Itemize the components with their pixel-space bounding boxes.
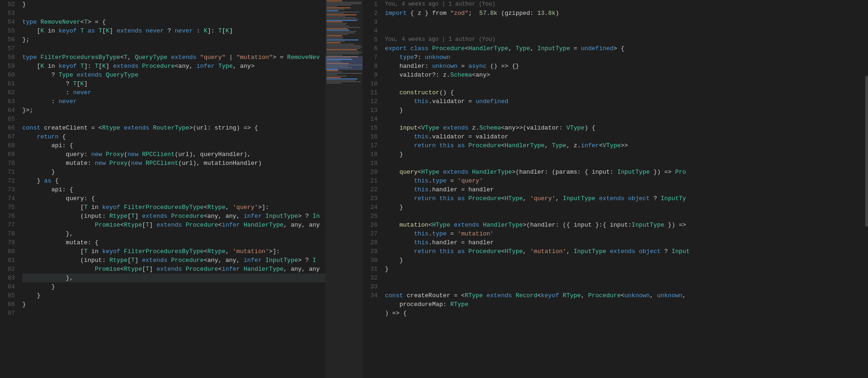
minimap-highlight [325,56,363,70]
line-number: 85 [0,291,15,300]
line-number: 73 [0,185,15,194]
line-number: 58 [0,53,15,62]
code-line: [K in keyof T as T[K] extends never ? ne… [22,26,325,35]
code-line: } [22,300,325,309]
right-line-numbers: 1234567891011121314151617181920212223242… [363,0,381,378]
line-number: 66 [0,124,15,132]
code-line: api: { [22,141,325,150]
code-line [385,282,863,291]
line-number: 25 [363,212,378,221]
line-number: 75 [0,203,15,212]
line-number: 26 [363,221,378,229]
line-number: 82 [0,265,15,274]
code-line [385,115,863,124]
line-number: 77 [0,221,15,229]
line-number: 86 [0,300,15,309]
code-line: ) => { [385,309,863,318]
code-line: this.validator = undefined [385,97,863,106]
minimap[interactable] [325,0,363,378]
code-line: ? T[K] [22,79,325,88]
line-number: 17 [363,141,378,150]
line-number: 5 [363,35,378,44]
code-line [385,274,863,282]
left-code-content[interactable]: } type RemoveNever<T> = { [K in keyof T … [19,0,325,378]
code-line: Promise<Rtype[T] extends Procedure<infer… [22,221,325,229]
line-number: 62 [0,88,15,97]
line-number: 27 [363,229,378,238]
line-number: 16 [363,132,378,141]
code-line: type?: unknown [385,53,863,62]
line-number: 74 [0,194,15,203]
line-number: 68 [0,141,15,150]
line-number: 59 [0,62,15,71]
line-number: 31 [363,265,378,274]
line-number: 71 [0,168,15,176]
line-number: 6 [363,44,378,53]
code-line: mutate: new Proxy(new RPCClient(url), mu… [22,159,325,168]
line-number: 60 [0,71,15,79]
line-number: 14 [363,115,378,124]
line-number: 4 [363,26,378,35]
code-line [22,44,325,53]
code-line: }; [22,35,325,44]
scrollbar-thumb[interactable] [865,76,868,227]
code-line: } [385,106,863,115]
code-line: query<HType extends HandlerType>(handler… [385,168,863,176]
code-line: const createClient = <Rtype extends Rout… [22,124,325,132]
line-number: 20 [363,168,378,176]
code-line: : never [22,88,325,97]
code-line [385,26,863,35]
line-number: 19 [363,159,378,168]
code-line: (input: Rtype[T] extends Procedure<any, … [22,212,325,221]
line-number: 13 [363,106,378,115]
line-number: 87 [0,309,15,318]
code-line: return { [22,132,325,141]
code-line: constructor() { [385,88,863,97]
code-line: return this as Procedure<HType, 'query',… [385,194,863,203]
line-number: 76 [0,212,15,221]
code-line: [T in keyof FilterProceduresByType<Rtype… [22,203,325,212]
code-line [385,212,863,221]
line-number: 54 [0,18,15,26]
line-number: 80 [0,247,15,256]
line-number: 18 [363,150,378,159]
right-code-content[interactable]: You, 4 weeks ago | 1 author (You)import … [381,0,863,378]
code-line: }, [22,229,325,238]
line-number: 53 [0,9,15,18]
code-line [22,309,325,318]
line-number: 69 [0,150,15,159]
line-number: 11 [363,88,378,97]
code-line: import { z } from "zod"; 57.8k (gzipped:… [385,9,863,18]
code-line: this.handler = handler [385,238,863,247]
code-line: } [22,282,325,291]
line-number: 56 [0,35,15,44]
code-line: this.handler = handler [385,185,863,194]
code-line: }>; [22,106,325,115]
code-line: mutation<HType extends HandlerType>(hand… [385,221,863,229]
line-number: 72 [0,176,15,185]
git-blame-header: You, 4 weeks ago | 1 author (You) [385,0,863,9]
code-line: [T in keyof FilterProceduresByType<Rtype… [22,247,325,256]
code-line: this.type = 'mutation' [385,229,863,238]
code-line [385,159,863,168]
left-editor-panel: 5253545556575859606162636465666768697071… [0,0,325,378]
code-line: mutate: { [22,238,325,247]
line-number: 9 [363,71,378,79]
code-line [22,115,325,124]
line-number: 79 [0,238,15,247]
line-number: 32 [363,274,378,282]
right-scrollbar[interactable] [863,0,868,378]
code-line: ? Type extends QueryType [22,71,325,79]
line-number: 29 [363,247,378,256]
line-number: 81 [0,256,15,265]
code-line: query: { [22,194,325,203]
code-line: api: { [22,185,325,194]
code-line: } [385,203,863,212]
code-line: type RemoveNever<T> = { [22,18,325,26]
line-number: 57 [0,44,15,53]
line-number: 21 [363,176,378,185]
line-number: 10 [363,79,378,88]
line-number: 55 [0,26,15,35]
code-line: } [385,150,863,159]
line-number: 7 [363,53,378,62]
